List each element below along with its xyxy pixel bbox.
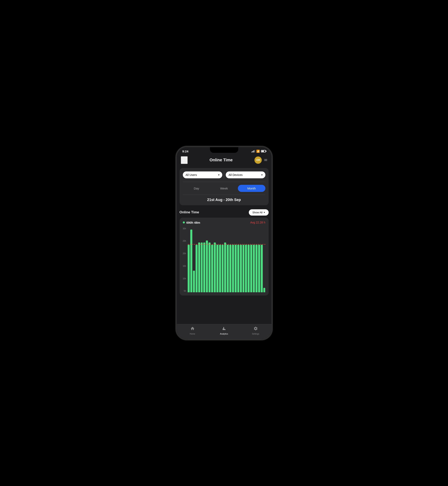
analytics-nav-label: Analytics [220, 333, 228, 335]
settings-nav-icon [254, 326, 258, 332]
section-title: Online Time [180, 210, 199, 214]
bar [214, 242, 216, 292]
bar [188, 245, 190, 292]
chart-legend: 690h 48m Avg 22.28 h [183, 221, 265, 224]
battery-fill [262, 151, 264, 152]
bar [224, 242, 226, 292]
nav-item-analytics[interactable]: Analytics [208, 326, 240, 335]
bar [242, 245, 245, 292]
bar [261, 245, 263, 292]
section-header: Online Time Show All ▾ [177, 207, 272, 218]
y-label-10: 10h [183, 278, 186, 280]
home-nav-icon [190, 326, 195, 332]
bar [250, 245, 252, 292]
status-bar: 9:24 📶 [177, 147, 272, 154]
filter-dropdowns: All Users ▾ All Devices ▾ [183, 171, 265, 179]
tab-week[interactable]: Week [210, 185, 238, 192]
bar [206, 240, 208, 292]
period-tabs: Day Week Month [183, 185, 265, 192]
bar [190, 230, 192, 292]
bar [193, 271, 195, 292]
phone-shell: 9:24 📶 ← Online Time OR ✉ [176, 146, 273, 340]
chevron-down-icon: ▾ [264, 211, 265, 214]
bar [248, 245, 250, 292]
page-title: Online Time [209, 158, 232, 162]
chart-card: 690h 48m Avg 22.28 h 30h 25h 20h 15h 10h… [180, 218, 269, 295]
bar [211, 245, 213, 292]
bar-chart: 30h 25h 20h 15h 10h 5h [183, 228, 265, 292]
y-label-30: 30h [183, 228, 186, 230]
bars-container [188, 228, 265, 292]
wifi-icon: 📶 [256, 150, 260, 153]
users-dropdown[interactable]: All Users ▾ [183, 171, 223, 178]
period-divider [183, 182, 265, 182]
battery-icon [261, 150, 266, 152]
bar [253, 245, 255, 292]
chevron-down-icon: ▾ [261, 174, 263, 176]
back-button[interactable]: ← [181, 156, 188, 164]
date-range: 21st Aug - 20th Sep [183, 198, 265, 202]
bar [198, 242, 200, 292]
bar [201, 242, 203, 292]
signal-bars-icon [251, 150, 255, 152]
bar [232, 245, 234, 292]
y-label-15: 15h [183, 265, 186, 267]
chart-avg-label: Avg 22.28 h [250, 221, 265, 224]
bar [245, 245, 247, 292]
bar [263, 288, 265, 292]
chevron-down-icon: ▾ [218, 174, 219, 176]
bar [229, 245, 231, 292]
y-axis: 30h 25h 20h 15h 10h 5h [183, 228, 188, 292]
chart-area [188, 228, 265, 292]
y-label-20: 20h [183, 252, 186, 255]
chart-total-value: 690h 48m [186, 221, 200, 224]
settings-nav-label: Settings [252, 333, 259, 335]
legend-dot [183, 222, 185, 223]
bottom-nav: HomeAnalyticsSettings [177, 324, 272, 339]
app-header: ← Online Time OR ✉ [177, 154, 272, 166]
header-actions: OR ✉ [255, 157, 267, 164]
bar [208, 242, 210, 292]
tab-month[interactable]: Month [238, 185, 265, 192]
y-label-25: 25h [183, 240, 186, 242]
bar [196, 245, 198, 292]
bar [216, 245, 218, 292]
devices-dropdown[interactable]: All Devices ▾ [226, 171, 265, 178]
bar [258, 245, 260, 292]
nav-item-settings[interactable]: Settings [240, 326, 272, 335]
scroll-content: All Users ▾ All Devices ▾ Day Week Month [177, 166, 272, 324]
nav-item-home[interactable]: Home [177, 326, 208, 335]
y-label-5: 5h [183, 290, 186, 292]
phone-screen: 9:24 📶 ← Online Time OR ✉ [177, 147, 272, 339]
show-all-button[interactable]: Show All ▾ [249, 209, 269, 215]
legend-left: 690h 48m [183, 221, 200, 224]
bar [227, 245, 229, 292]
bar [219, 245, 221, 292]
period-divider-2 [183, 195, 265, 195]
avatar-button[interactable]: OR [255, 157, 262, 164]
bar [222, 245, 224, 292]
status-time: 9:24 [182, 150, 188, 153]
status-icons: 📶 [251, 150, 266, 153]
bar [240, 245, 242, 292]
mail-icon[interactable]: ✉ [264, 158, 267, 162]
bar [203, 242, 205, 292]
filter-card: All Users ▾ All Devices ▾ Day Week Month [180, 168, 269, 205]
bar [237, 245, 239, 292]
bar [235, 245, 237, 292]
home-nav-label: Home [190, 333, 195, 335]
bar [256, 245, 257, 292]
notch [210, 147, 238, 153]
analytics-nav-icon [222, 326, 226, 332]
tab-day[interactable]: Day [183, 185, 210, 192]
